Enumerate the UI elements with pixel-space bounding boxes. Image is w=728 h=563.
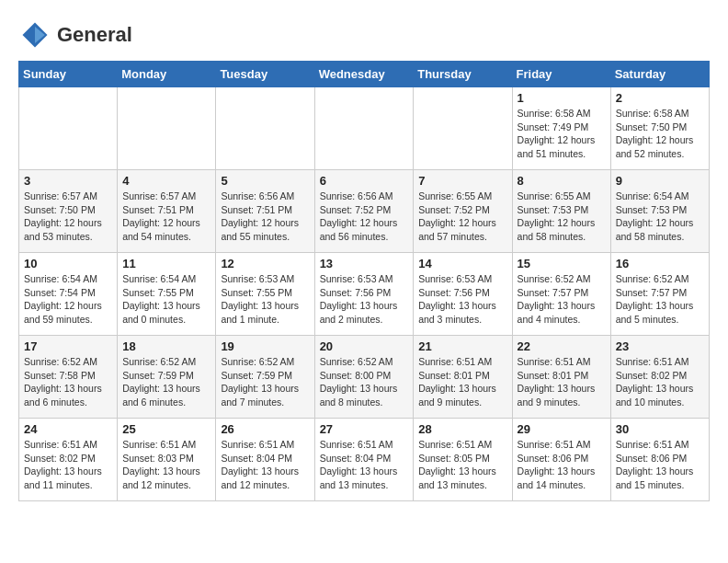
- calendar-cell: 8Sunrise: 6:55 AMSunset: 7:53 PMDaylight…: [512, 170, 610, 253]
- calendar-cell: [118, 87, 216, 170]
- day-info: Sunrise: 6:51 AMSunset: 8:04 PMDaylight:…: [320, 438, 409, 492]
- calendar-cell: 17Sunrise: 6:52 AMSunset: 7:58 PMDayligh…: [19, 336, 118, 419]
- calendar-cell: 13Sunrise: 6:53 AMSunset: 7:56 PMDayligh…: [314, 253, 414, 336]
- calendar-cell: 14Sunrise: 6:53 AMSunset: 7:56 PMDayligh…: [414, 253, 512, 336]
- day-number: 11: [122, 257, 210, 270]
- day-number: 14: [418, 257, 506, 270]
- day-info: Sunrise: 6:51 AMSunset: 8:05 PMDaylight:…: [418, 438, 506, 492]
- day-number: 27: [320, 422, 409, 436]
- day-info: Sunrise: 6:54 AMSunset: 7:54 PMDaylight:…: [24, 272, 112, 327]
- calendar-cell: 11Sunrise: 6:54 AMSunset: 7:55 PMDayligh…: [118, 253, 216, 336]
- weekday-header: Wednesday: [314, 62, 414, 87]
- day-number: 25: [122, 422, 210, 436]
- day-number: 23: [616, 339, 704, 353]
- calendar-cell: 25Sunrise: 6:51 AMSunset: 8:03 PMDayligh…: [118, 419, 216, 501]
- calendar-cell: [314, 87, 414, 170]
- day-number: 20: [320, 339, 409, 353]
- day-info: Sunrise: 6:52 AMSunset: 7:57 PMDaylight:…: [518, 272, 606, 327]
- day-number: 30: [616, 422, 704, 436]
- day-info: Sunrise: 6:53 AMSunset: 7:55 PMDaylight:…: [221, 272, 309, 327]
- calendar-cell: 27Sunrise: 6:51 AMSunset: 8:04 PMDayligh…: [314, 419, 414, 501]
- logo: General: [18, 18, 132, 52]
- day-number: 26: [221, 422, 309, 436]
- calendar-cell: 9Sunrise: 6:54 AMSunset: 7:53 PMDaylight…: [610, 170, 709, 253]
- day-number: 5: [221, 174, 309, 188]
- day-number: 6: [320, 174, 409, 188]
- page-header: General: [18, 18, 710, 52]
- day-info: Sunrise: 6:56 AMSunset: 7:52 PMDaylight:…: [320, 190, 409, 244]
- calendar-cell: 21Sunrise: 6:51 AMSunset: 8:01 PMDayligh…: [414, 336, 512, 419]
- day-info: Sunrise: 6:54 AMSunset: 7:55 PMDaylight:…: [122, 272, 210, 327]
- calendar: SundayMondayTuesdayWednesdayThursdayFrid…: [18, 61, 710, 501]
- calendar-cell: 4Sunrise: 6:57 AMSunset: 7:51 PMDaylight…: [118, 170, 216, 253]
- day-number: 8: [518, 174, 606, 188]
- calendar-cell: 19Sunrise: 6:52 AMSunset: 7:59 PMDayligh…: [216, 336, 314, 419]
- weekday-header: Friday: [512, 62, 610, 87]
- calendar-cell: [216, 87, 314, 170]
- day-number: 9: [616, 174, 704, 188]
- day-number: 10: [24, 257, 112, 270]
- calendar-cell: 15Sunrise: 6:52 AMSunset: 7:57 PMDayligh…: [512, 253, 610, 336]
- calendar-cell: 26Sunrise: 6:51 AMSunset: 8:04 PMDayligh…: [216, 419, 314, 501]
- calendar-cell: 24Sunrise: 6:51 AMSunset: 8:02 PMDayligh…: [19, 419, 118, 501]
- calendar-cell: [19, 87, 118, 170]
- calendar-week-row: 3Sunrise: 6:57 AMSunset: 7:50 PMDaylight…: [19, 170, 710, 253]
- day-info: Sunrise: 6:55 AMSunset: 7:53 PMDaylight:…: [518, 190, 606, 244]
- calendar-cell: 20Sunrise: 6:52 AMSunset: 8:00 PMDayligh…: [314, 336, 414, 419]
- weekday-header: Sunday: [19, 62, 118, 87]
- day-number: 7: [418, 174, 506, 188]
- day-number: 21: [418, 339, 506, 353]
- calendar-week-row: 1Sunrise: 6:58 AMSunset: 7:49 PMDaylight…: [19, 87, 710, 170]
- calendar-cell: 23Sunrise: 6:51 AMSunset: 8:02 PMDayligh…: [610, 336, 709, 419]
- calendar-cell: 12Sunrise: 6:53 AMSunset: 7:55 PMDayligh…: [216, 253, 314, 336]
- calendar-cell: [414, 87, 512, 170]
- weekday-header: Tuesday: [216, 62, 314, 87]
- weekday-header-row: SundayMondayTuesdayWednesdayThursdayFrid…: [19, 62, 710, 87]
- day-info: Sunrise: 6:51 AMSunset: 8:06 PMDaylight:…: [616, 438, 704, 492]
- day-info: Sunrise: 6:52 AMSunset: 7:59 PMDaylight:…: [221, 355, 309, 409]
- calendar-cell: 7Sunrise: 6:55 AMSunset: 7:52 PMDaylight…: [414, 170, 512, 253]
- day-info: Sunrise: 6:51 AMSunset: 8:01 PMDaylight:…: [518, 355, 606, 409]
- calendar-cell: 22Sunrise: 6:51 AMSunset: 8:01 PMDayligh…: [512, 336, 610, 419]
- day-number: 28: [418, 422, 506, 436]
- day-number: 22: [518, 339, 606, 353]
- day-info: Sunrise: 6:51 AMSunset: 8:04 PMDaylight:…: [221, 438, 309, 492]
- day-info: Sunrise: 6:58 AMSunset: 7:49 PMDaylight:…: [518, 107, 606, 161]
- weekday-header: Thursday: [414, 62, 512, 87]
- day-info: Sunrise: 6:57 AMSunset: 7:51 PMDaylight:…: [122, 190, 210, 244]
- day-number: 16: [616, 257, 704, 270]
- day-info: Sunrise: 6:52 AMSunset: 7:58 PMDaylight:…: [24, 355, 112, 409]
- day-number: 12: [221, 257, 309, 270]
- day-number: 17: [24, 339, 112, 353]
- day-info: Sunrise: 6:56 AMSunset: 7:51 PMDaylight:…: [221, 190, 309, 244]
- logo-icon: [18, 18, 51, 52]
- day-number: 4: [122, 174, 210, 188]
- logo-text: General: [57, 24, 132, 46]
- weekday-header: Monday: [118, 62, 216, 87]
- day-info: Sunrise: 6:52 AMSunset: 7:57 PMDaylight:…: [616, 272, 704, 327]
- calendar-cell: 30Sunrise: 6:51 AMSunset: 8:06 PMDayligh…: [610, 419, 709, 501]
- day-info: Sunrise: 6:54 AMSunset: 7:53 PMDaylight:…: [616, 190, 704, 244]
- day-number: 18: [122, 339, 210, 353]
- day-number: 29: [518, 422, 606, 436]
- calendar-cell: 18Sunrise: 6:52 AMSunset: 7:59 PMDayligh…: [118, 336, 216, 419]
- calendar-week-row: 24Sunrise: 6:51 AMSunset: 8:02 PMDayligh…: [19, 419, 710, 501]
- day-info: Sunrise: 6:53 AMSunset: 7:56 PMDaylight:…: [320, 272, 409, 327]
- calendar-cell: 10Sunrise: 6:54 AMSunset: 7:54 PMDayligh…: [19, 253, 118, 336]
- day-info: Sunrise: 6:51 AMSunset: 8:02 PMDaylight:…: [24, 438, 112, 492]
- day-number: 19: [221, 339, 309, 353]
- day-info: Sunrise: 6:52 AMSunset: 7:59 PMDaylight:…: [122, 355, 210, 409]
- day-info: Sunrise: 6:51 AMSunset: 8:03 PMDaylight:…: [122, 438, 210, 492]
- calendar-cell: 1Sunrise: 6:58 AMSunset: 7:49 PMDaylight…: [512, 87, 610, 170]
- day-info: Sunrise: 6:57 AMSunset: 7:50 PMDaylight:…: [24, 190, 112, 244]
- day-number: 13: [320, 257, 409, 270]
- day-number: 2: [616, 91, 704, 105]
- day-info: Sunrise: 6:51 AMSunset: 8:02 PMDaylight:…: [616, 355, 704, 409]
- calendar-cell: 5Sunrise: 6:56 AMSunset: 7:51 PMDaylight…: [216, 170, 314, 253]
- day-number: 24: [24, 422, 112, 436]
- calendar-body: 1Sunrise: 6:58 AMSunset: 7:49 PMDaylight…: [19, 87, 710, 501]
- calendar-cell: 16Sunrise: 6:52 AMSunset: 7:57 PMDayligh…: [610, 253, 709, 336]
- calendar-cell: 2Sunrise: 6:58 AMSunset: 7:50 PMDaylight…: [610, 87, 709, 170]
- day-info: Sunrise: 6:52 AMSunset: 8:00 PMDaylight:…: [320, 355, 409, 409]
- calendar-cell: 3Sunrise: 6:57 AMSunset: 7:50 PMDaylight…: [19, 170, 118, 253]
